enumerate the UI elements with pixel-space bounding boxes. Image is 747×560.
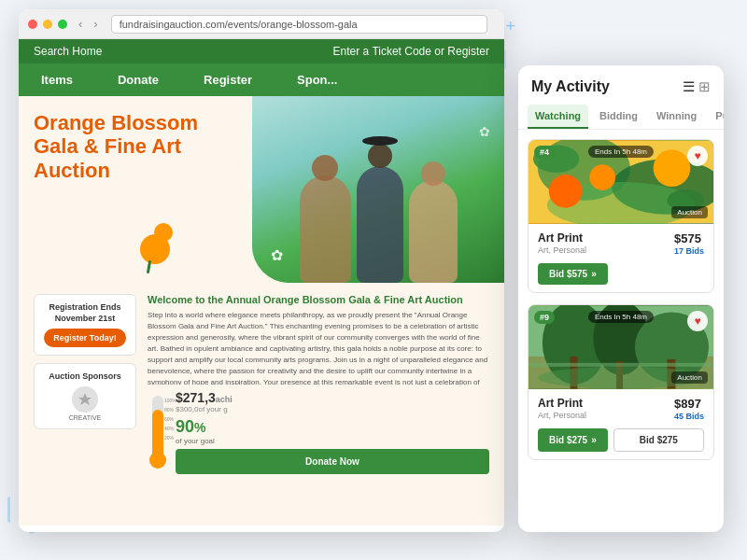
auction-card-2: #9 Ends In 5h 48m ♥ Auction Art Print Ar… xyxy=(528,304,714,460)
browser-url-bar[interactable]: fundraisingauction.com/events/orange-blo… xyxy=(111,15,487,34)
grid-view-button[interactable]: ⊞ xyxy=(698,78,711,95)
browser-minimize-dot[interactable] xyxy=(43,20,52,29)
activity-panel: My Activity ☰ ⊞ Watching Bidding Winning… xyxy=(518,65,724,532)
site-search-bar: Search Home Enter a Ticket Code or Regis… xyxy=(19,39,504,63)
activity-tabs: Watching Bidding Winning Purchases xyxy=(518,105,724,130)
thermometer: 100% 80% 60% 40% 20% xyxy=(148,390,168,474)
browser-forward-btn[interactable]: › xyxy=(93,17,97,31)
activity-view-buttons: ☰ ⊞ xyxy=(683,78,711,95)
card-badge-2: #9 xyxy=(534,311,555,324)
ticket-code-label[interactable]: Enter a Ticket Code or Register xyxy=(333,45,489,58)
card-actions-2: Bid $275 » Bid $275 xyxy=(538,428,704,452)
bid-button-1[interactable]: Bid $575 » xyxy=(538,263,608,285)
card-price-info-2: $897 45 Bids xyxy=(674,397,704,421)
card-bids-1: 17 Bids xyxy=(674,246,704,256)
card-bids-2: 45 Bids xyxy=(674,412,704,421)
hero-image-inner: ✿ ✿ xyxy=(252,96,504,283)
browser-toolbar: ‹ › fundraisingauction.com/events/orange… xyxy=(19,9,504,39)
card-row-1: Art Print Art, Personal $575 17 Bids xyxy=(538,231,704,256)
nav-donate[interactable]: Donate xyxy=(95,63,181,96)
card-timer-1: Ends In 5h 48m xyxy=(588,146,654,158)
card-info-2: Art Print Art, Personal xyxy=(538,397,586,420)
hero-title: Orange Blossom Gala & Fine Art Auction xyxy=(34,111,220,182)
sponsors-title: Auction Sponsors xyxy=(42,371,128,381)
donate-section: 100% 80% 60% 40% 20% $271,3achi $300,0of… xyxy=(148,390,489,474)
card-name-2: Art Print xyxy=(538,397,586,410)
svg-point-7 xyxy=(654,149,691,187)
card-name-1: Art Print xyxy=(538,231,586,245)
hero-image: ✿ ✿ xyxy=(252,96,504,283)
card-body-2: Art Print Art, Personal $897 45 Bids Bid… xyxy=(529,389,713,459)
donate-now-button[interactable]: Donate Now xyxy=(176,449,489,474)
card-timer-2: Ends In 5h 48m xyxy=(588,311,654,323)
hero-section: Orange Blossom Gala & Fine Art Auction xyxy=(19,96,504,283)
activity-header: My Activity ☰ ⊞ xyxy=(518,65,724,105)
browser-url-text: fundraisingauction.com/events/orange-blo… xyxy=(120,19,358,30)
card-info-1: Art Print Art, Personal xyxy=(538,231,586,255)
svg-point-5 xyxy=(549,175,583,208)
tab-bidding[interactable]: Bidding xyxy=(592,105,645,129)
donate-stats: $271,3achi $300,0of your g 90% of your g… xyxy=(176,390,489,474)
donate-goal: $300,0of your g xyxy=(176,405,489,413)
browser-window: ‹ › fundraisingauction.com/events/orange… xyxy=(19,9,504,532)
sponsor-name: CREATIVE xyxy=(69,414,102,421)
hero-text: Orange Blossom Gala & Fine Art Auction xyxy=(34,111,220,182)
thermometer-bulb xyxy=(149,452,166,469)
browser-maximize-dot[interactable] xyxy=(58,20,67,29)
auction-card-1: #4 Ends In 5h 48m ♥ Auction Art Print Ar… xyxy=(528,139,714,293)
browser-close-dot[interactable] xyxy=(28,20,37,29)
bid-input-2[interactable]: Bid $275 xyxy=(613,428,704,452)
card-price-2: $897 xyxy=(674,397,704,411)
card-heart-2[interactable]: ♥ xyxy=(687,311,708,331)
card-actions-1: Bid $575 » xyxy=(538,263,704,285)
main-nav: Items Donate Register Spon... xyxy=(19,63,504,96)
card-category-1: Art, Personal xyxy=(538,245,586,255)
nav-register[interactable]: Register xyxy=(181,63,275,96)
search-home-label[interactable]: Search Home xyxy=(34,45,102,58)
card-type-2: Auction xyxy=(671,371,708,384)
sponsor-icon xyxy=(72,386,98,413)
card-image-1: #4 Ends In 5h 48m ♥ Auction xyxy=(529,140,713,224)
welcome-text: Step into a world where elegance meets p… xyxy=(148,310,489,385)
activity-items: #4 Ends In 5h 48m ♥ Auction Art Print Ar… xyxy=(518,130,724,512)
browser-back-btn[interactable]: ‹ xyxy=(78,17,82,31)
card-image-2: #9 Ends In 5h 48m ♥ Auction xyxy=(529,305,713,389)
tab-purchases[interactable]: Purchases xyxy=(708,105,724,129)
card-type-1: Auction xyxy=(671,206,708,218)
card-heart-1[interactable]: ♥ xyxy=(687,146,708,166)
sponsor-logo: CREATIVE xyxy=(42,386,128,421)
welcome-title: Welcome to the Annual Orange Blossom Gal… xyxy=(148,294,489,305)
nav-sponsors[interactable]: Spon... xyxy=(275,63,359,96)
nav-items[interactable]: Items xyxy=(19,63,95,96)
main-content: Welcome to the Annual Orange Blossom Gal… xyxy=(148,294,489,514)
svg-marker-0 xyxy=(78,393,92,405)
card-price-1: $575 xyxy=(674,231,704,245)
sidebar: Registration Ends November 21st Register… xyxy=(34,294,136,514)
card-category-2: Art, Personal xyxy=(538,411,586,420)
deco-plus-1: + xyxy=(505,17,515,36)
site-body: Registration Ends November 21st Register… xyxy=(19,283,504,525)
list-view-button[interactable]: ☰ xyxy=(683,78,695,95)
bid-button-2[interactable]: Bid $275 » xyxy=(538,428,608,452)
register-today-button[interactable]: Register Today! xyxy=(44,329,125,347)
card-row-2: Art Print Art, Personal $897 45 Bids xyxy=(538,397,704,421)
donate-pct: 90% xyxy=(176,417,489,437)
tab-winning[interactable]: Winning xyxy=(649,105,704,129)
donate-amount: $271,3achi xyxy=(176,390,489,405)
sponsors-box: Auction Sponsors CREATIVE xyxy=(34,363,136,429)
reg-title: Registration Ends November 21st xyxy=(42,302,128,324)
tab-watching[interactable]: Watching xyxy=(528,105,588,129)
card-price-info-1: $575 17 Bids xyxy=(674,231,704,256)
registration-box: Registration Ends November 21st Register… xyxy=(34,294,136,356)
orange-deco-2 xyxy=(154,223,173,242)
donate-pct-label: of your goal xyxy=(176,437,489,445)
svg-rect-19 xyxy=(529,363,713,367)
svg-point-6 xyxy=(589,164,615,190)
card-body-1: Art Print Art, Personal $575 17 Bids Bid… xyxy=(529,224,713,292)
card-badge-1: #4 xyxy=(534,146,555,159)
activity-title: My Activity xyxy=(531,78,610,95)
